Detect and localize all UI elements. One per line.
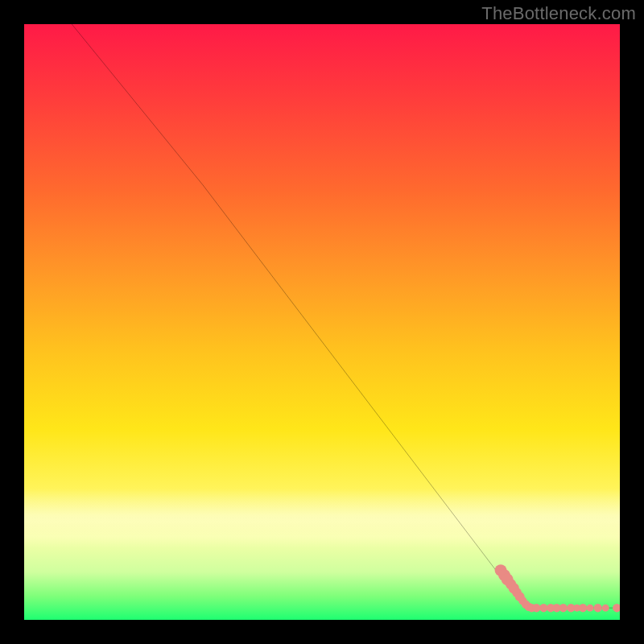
data-dot	[587, 605, 594, 612]
chart-frame: TheBottleneck.com	[0, 0, 644, 644]
data-dot	[532, 604, 540, 612]
attribution-text: TheBottleneck.com	[481, 3, 636, 24]
data-dot	[602, 605, 609, 612]
data-dot	[579, 604, 587, 612]
data-dot	[539, 604, 547, 612]
data-dot	[613, 604, 620, 612]
data-dot	[593, 604, 601, 612]
data-dot-layer	[495, 564, 620, 612]
data-dot	[559, 604, 568, 612]
chart-overlay-svg	[24, 24, 620, 620]
plot-area	[24, 24, 620, 620]
chart-line	[72, 24, 620, 608]
